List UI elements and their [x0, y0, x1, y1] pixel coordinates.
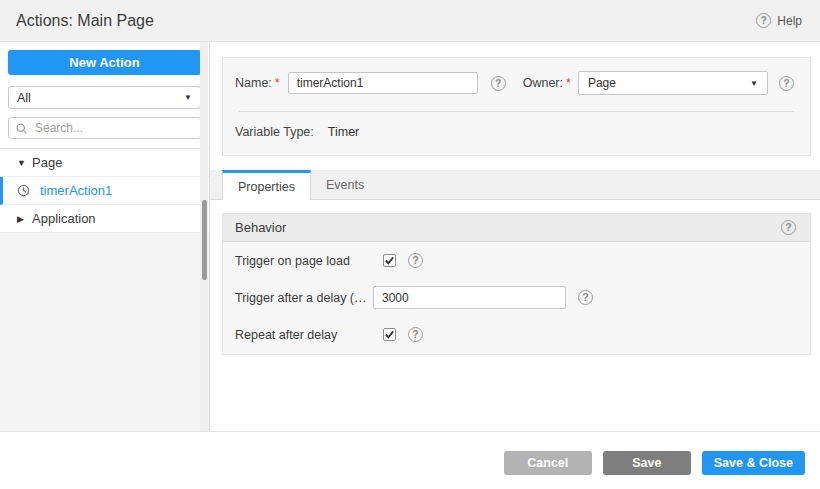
search-icon [15, 122, 28, 135]
variable-type-label: Variable Type: [235, 125, 314, 139]
variable-type-row: Variable Type: Timer [223, 112, 810, 139]
search-input[interactable] [33, 120, 194, 136]
trigger-after-delay-help-icon[interactable]: ? [578, 290, 593, 305]
tree-item-timer-action1[interactable]: timerAction1 [0, 177, 209, 205]
page-title: Actions: Main Page [16, 12, 154, 30]
help-label: Help [777, 14, 802, 28]
tree-item-application[interactable]: ▶ Application [0, 205, 209, 233]
repeat-after-delay-checkbox[interactable] [383, 328, 396, 341]
trigger-after-delay-label: Trigger after a delay (millisec... [235, 291, 373, 305]
actions-tree: ▼ Page timerAction1 ▶ Application [0, 148, 209, 233]
new-action-button[interactable]: New Action [8, 50, 201, 75]
check-icon [384, 255, 395, 266]
tree-item-label: Application [32, 211, 96, 226]
name-owner-row: Name: * ? Owner: * Page ▼ ? [223, 58, 810, 95]
trigger-on-page-load-row: Trigger on page load ? [223, 242, 810, 279]
search-box [8, 117, 201, 139]
behavior-title: Behavior [235, 220, 286, 235]
required-asterisk: * [566, 76, 571, 90]
name-label: Name: [235, 76, 272, 90]
trigger-on-page-load-help-icon[interactable]: ? [408, 253, 423, 268]
caret-down-icon[interactable]: ▼ [17, 158, 32, 168]
owner-label: Owner: [523, 76, 563, 90]
filter-dropdown-value: All [17, 91, 31, 105]
tree-item-label: Page [32, 155, 62, 170]
owner-help-icon[interactable]: ? [779, 76, 794, 91]
filter-dropdown[interactable]: All ▼ [8, 86, 201, 109]
repeat-after-delay-row: Repeat after delay ? [223, 316, 810, 353]
tab-events[interactable]: Events [311, 170, 379, 199]
owner-dropdown[interactable]: Page ▼ [578, 71, 768, 95]
repeat-after-delay-label: Repeat after delay [235, 328, 373, 342]
trigger-on-page-load-checkbox[interactable] [383, 254, 396, 267]
footer-action-bar: Cancel Save Save & Close [0, 431, 820, 489]
required-asterisk: * [275, 76, 280, 90]
app-header: Actions: Main Page ? Help [0, 0, 820, 42]
action-summary-panel: Name: * ? Owner: * Page ▼ ? Variable Typ… [222, 57, 811, 156]
tree-item-page[interactable]: ▼ Page [0, 149, 209, 177]
sidebar-controls: New Action All ▼ [0, 42, 209, 148]
behavior-panel: Behavior ? Trigger on page load ? Trigge… [222, 213, 811, 355]
save-button[interactable]: Save [603, 451, 691, 475]
behavior-help-icon[interactable]: ? [781, 220, 796, 235]
name-help-icon[interactable]: ? [491, 76, 506, 91]
tree-item-label: timerAction1 [40, 183, 112, 198]
sidebar-scrollbar-thumb[interactable] [202, 200, 207, 280]
delay-milliseconds-input[interactable] [373, 286, 566, 309]
timer-clock-icon [17, 184, 32, 197]
save-and-close-button[interactable]: Save & Close [702, 451, 805, 475]
sidebar-scrollbar-track[interactable] [200, 42, 208, 431]
help-circle-icon: ? [756, 13, 771, 28]
trigger-on-page-load-label: Trigger on page load [235, 254, 373, 268]
chevron-down-icon: ▼ [750, 79, 758, 88]
tab-strip: Properties Events [210, 170, 820, 200]
cancel-button[interactable]: Cancel [504, 451, 592, 475]
help-button[interactable]: ? Help [756, 13, 802, 28]
main-content: Name: * ? Owner: * Page ▼ ? Variable Typ… [210, 42, 820, 431]
tab-properties[interactable]: Properties [222, 170, 311, 200]
caret-right-icon[interactable]: ▶ [17, 214, 32, 224]
repeat-after-delay-help-icon[interactable]: ? [408, 327, 423, 342]
behavior-header: Behavior ? [223, 214, 810, 242]
trigger-after-delay-row: Trigger after a delay (millisec... ? [223, 279, 810, 316]
chevron-down-icon: ▼ [184, 93, 192, 102]
name-input[interactable] [288, 72, 478, 94]
variable-type-value: Timer [328, 125, 359, 139]
check-icon [384, 329, 395, 340]
owner-dropdown-value: Page [588, 76, 616, 90]
actions-sidebar: New Action All ▼ ▼ Page timerAction [0, 42, 210, 431]
